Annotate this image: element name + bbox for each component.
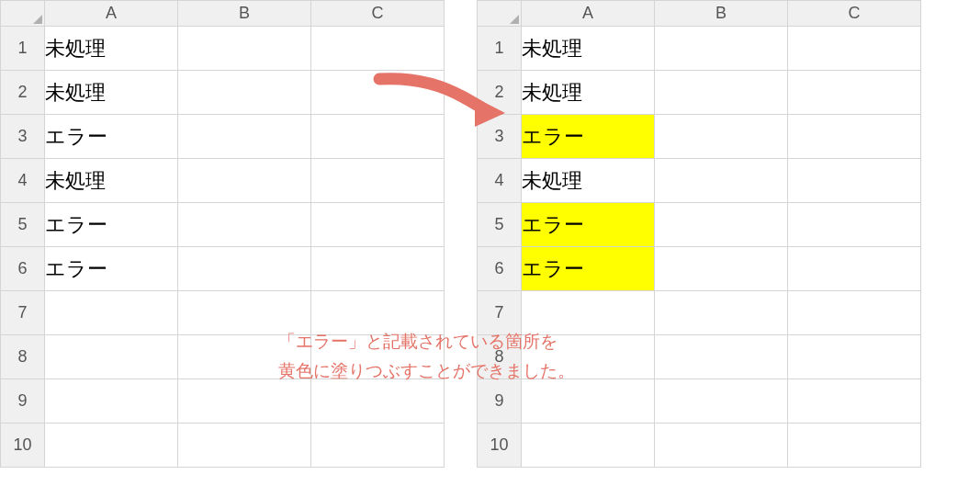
row-header-1[interactable]: 1: [478, 27, 522, 71]
row-header-2[interactable]: 2: [1, 71, 45, 115]
row-header-1[interactable]: 1: [1, 27, 45, 71]
cell-b4[interactable]: [178, 159, 311, 203]
cell-a10[interactable]: [522, 424, 655, 468]
row-header-3[interactable]: 3: [1, 115, 45, 159]
right-spreadsheet: A B C 1 未処理 2 未処理 3 エラー: [477, 0, 921, 497]
row-header-7[interactable]: 7: [1, 291, 45, 335]
cell-b9[interactable]: [178, 379, 311, 424]
cell-a7[interactable]: [522, 291, 655, 335]
cell-b8[interactable]: [178, 335, 311, 379]
cell-a2[interactable]: 未処理: [45, 71, 178, 115]
cell-b10[interactable]: [655, 424, 788, 468]
cell-a8[interactable]: [522, 335, 655, 379]
cell-a5[interactable]: エラー: [522, 203, 655, 247]
cell-c7[interactable]: [311, 291, 445, 335]
cell-c9[interactable]: [311, 379, 445, 424]
row-header-4[interactable]: 4: [1, 159, 45, 203]
left-spreadsheet: A B C 1 未処理 2 未処理 3 エラー: [0, 0, 445, 497]
cell-c9[interactable]: [788, 379, 921, 424]
cell-c1[interactable]: [311, 27, 445, 71]
cell-b2[interactable]: [178, 71, 311, 115]
cell-a3[interactable]: エラー: [45, 115, 178, 159]
cell-a9[interactable]: [522, 379, 655, 424]
cell-a3[interactable]: エラー: [522, 115, 655, 159]
cell-a7[interactable]: [45, 291, 178, 335]
cell-a8[interactable]: [45, 335, 178, 379]
row-header-8[interactable]: 8: [1, 335, 45, 379]
cell-c8[interactable]: [311, 335, 445, 379]
row-header-6[interactable]: 6: [478, 247, 522, 291]
row-header-7[interactable]: 7: [478, 291, 522, 335]
row-header-9[interactable]: 9: [478, 379, 522, 424]
select-all-corner[interactable]: [1, 1, 45, 27]
row-header-3[interactable]: 3: [478, 115, 522, 159]
row-header-5[interactable]: 5: [478, 203, 522, 247]
cell-b3[interactable]: [178, 115, 311, 159]
cell-b10[interactable]: [178, 424, 311, 468]
column-header-c[interactable]: C: [311, 1, 445, 27]
cell-b6[interactable]: [178, 247, 311, 291]
cell-c3[interactable]: [311, 115, 445, 159]
cell-a9[interactable]: [45, 379, 178, 424]
column-header-c[interactable]: C: [788, 1, 921, 27]
row-header-5[interactable]: 5: [1, 203, 45, 247]
select-all-corner[interactable]: [478, 1, 522, 27]
cell-c4[interactable]: [311, 159, 445, 203]
cell-b6[interactable]: [655, 247, 788, 291]
row-header-10[interactable]: 10: [1, 424, 45, 468]
cell-c6[interactable]: [788, 247, 921, 291]
cell-b5[interactable]: [655, 203, 788, 247]
cell-a6[interactable]: エラー: [45, 247, 178, 291]
column-header-a[interactable]: A: [522, 1, 655, 27]
cell-c2[interactable]: [788, 71, 921, 115]
cell-a4[interactable]: 未処理: [45, 159, 178, 203]
column-header-a[interactable]: A: [45, 1, 178, 27]
cell-b8[interactable]: [655, 335, 788, 379]
cell-a2[interactable]: 未処理: [522, 71, 655, 115]
cell-c10[interactable]: [311, 424, 445, 468]
cell-c3[interactable]: [788, 115, 921, 159]
column-header-b[interactable]: B: [655, 1, 788, 27]
cell-a6[interactable]: エラー: [522, 247, 655, 291]
spreadsheet-left[interactable]: A B C 1 未処理 2 未処理 3 エラー: [0, 0, 445, 468]
cell-c6[interactable]: [311, 247, 445, 291]
row-header-4[interactable]: 4: [478, 159, 522, 203]
cell-b2[interactable]: [655, 71, 788, 115]
row-header-6[interactable]: 6: [1, 247, 45, 291]
cell-c5[interactable]: [788, 203, 921, 247]
cell-a4[interactable]: 未処理: [522, 159, 655, 203]
cell-a10[interactable]: [45, 424, 178, 468]
cell-b4[interactable]: [655, 159, 788, 203]
cell-a5[interactable]: エラー: [45, 203, 178, 247]
cell-c1[interactable]: [788, 27, 921, 71]
cell-c8[interactable]: [788, 335, 921, 379]
cell-b9[interactable]: [655, 379, 788, 424]
cell-b5[interactable]: [178, 203, 311, 247]
cell-a1[interactable]: 未処理: [522, 27, 655, 71]
cell-c4[interactable]: [788, 159, 921, 203]
row-header-10[interactable]: 10: [478, 424, 522, 468]
cell-a1[interactable]: 未処理: [45, 27, 178, 71]
cell-b7[interactable]: [655, 291, 788, 335]
cell-b1[interactable]: [178, 27, 311, 71]
cell-b1[interactable]: [655, 27, 788, 71]
cell-c10[interactable]: [788, 424, 921, 468]
column-header-b[interactable]: B: [178, 1, 311, 27]
row-header-9[interactable]: 9: [1, 379, 45, 424]
cell-b3[interactable]: [655, 115, 788, 159]
cell-b7[interactable]: [178, 291, 311, 335]
spreadsheet-right[interactable]: A B C 1 未処理 2 未処理 3 エラー: [477, 0, 921, 468]
cell-c7[interactable]: [788, 291, 921, 335]
cell-c5[interactable]: [311, 203, 445, 247]
row-header-8[interactable]: 8: [478, 335, 522, 379]
row-header-2[interactable]: 2: [478, 71, 522, 115]
cell-c2[interactable]: [311, 71, 445, 115]
